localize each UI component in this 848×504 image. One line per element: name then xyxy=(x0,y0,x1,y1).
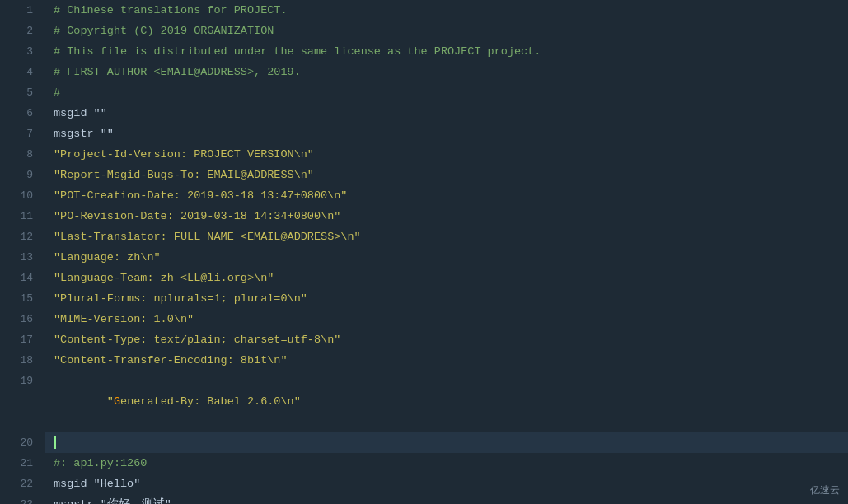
code-line-10: 10 "POT-Creation-Date: 2019-03-18 13:47+… xyxy=(0,185,848,206)
line-content-4: # FIRST AUTHOR <EMAIL@ADDRESS>, 2019. xyxy=(45,62,848,82)
code-line-2: 2 # Copyright (C) 2019 ORGANIZATION xyxy=(0,21,848,41)
line-number-21: 21 xyxy=(0,453,45,474)
line-number-7: 7 xyxy=(0,124,45,144)
line-number-13: 13 xyxy=(0,247,45,268)
editor-container: 1 # Chinese translations for PROJECT. 2 … xyxy=(0,0,848,504)
code-line-7: 7 msgstr "" xyxy=(0,124,848,144)
line-number-9: 9 xyxy=(0,165,45,185)
line-content-22: msgid "Hello" xyxy=(45,474,848,494)
code-line-20: 20 xyxy=(0,432,848,453)
line-content-15: "Plural-Forms: nplurals=1; plural=0\n" xyxy=(45,288,848,309)
line-content-9: "Report-Msgid-Bugs-To: EMAIL@ADDRESS\n" xyxy=(45,165,848,185)
line-content-6: msgid "" xyxy=(45,103,848,124)
line-content-18: "Content-Transfer-Encoding: 8bit\n" xyxy=(45,350,848,371)
code-line-14: 14 "Language-Team: zh <LL@li.org>\n" xyxy=(0,268,848,288)
line-content-23: msgstr "你好，测试" xyxy=(45,494,848,504)
line-content-19: "Generated-By: Babel 2.6.0\n" xyxy=(45,371,848,432)
line-number-14: 14 xyxy=(0,268,45,288)
line-content-16: "MIME-Version: 1.0\n" xyxy=(45,309,848,329)
line-number-22: 22 xyxy=(0,474,45,494)
line-number-20: 20 xyxy=(0,432,45,453)
line-number-2: 2 xyxy=(0,21,45,41)
line-number-17: 17 xyxy=(0,329,45,350)
code-line-15: 15 "Plural-Forms: nplurals=1; plural=0\n… xyxy=(0,288,848,309)
line-number-11: 11 xyxy=(0,206,45,226)
line-number-3: 3 xyxy=(0,41,45,62)
line-content-14: "Language-Team: zh <LL@li.org>\n" xyxy=(45,268,848,288)
line-content-11: "PO-Revision-Date: 2019-03-18 14:34+0800… xyxy=(45,206,848,226)
line-content-21: #: api.py:1260 xyxy=(45,453,848,474)
code-line-16: 16 "MIME-Version: 1.0\n" xyxy=(0,309,848,329)
code-line-8: 8 "Project-Id-Version: PROJECT VERSION\n… xyxy=(0,144,848,165)
line-number-19: 19 xyxy=(0,371,45,432)
code-line-22: 22 msgid "Hello" xyxy=(0,474,848,494)
code-line-17: 17 "Content-Type: text/plain; charset=ut… xyxy=(0,329,848,350)
code-line-13: 13 "Language: zh\n" xyxy=(0,247,848,268)
line-number-5: 5 xyxy=(0,82,45,103)
code-line-3: 3 # This file is distributed under the s… xyxy=(0,41,848,62)
line-content-20 xyxy=(45,432,848,453)
line-number-1: 1 xyxy=(0,0,45,21)
line-number-12: 12 xyxy=(0,226,45,247)
line-content-10: "POT-Creation-Date: 2019-03-18 13:47+080… xyxy=(45,185,848,206)
code-line-12: 12 "Last-Translator: FULL NAME <EMAIL@AD… xyxy=(0,226,848,247)
code-line-21: 21 #: api.py:1260 xyxy=(0,453,848,474)
line-number-16: 16 xyxy=(0,309,45,329)
code-line-23: 23 msgstr "你好，测试" xyxy=(0,494,848,504)
text-cursor xyxy=(54,436,56,449)
line-content-3: # This file is distributed under the sam… xyxy=(45,41,848,62)
code-line-9: 9 "Report-Msgid-Bugs-To: EMAIL@ADDRESS\n… xyxy=(0,165,848,185)
line-content-13: "Language: zh\n" xyxy=(45,247,848,268)
line-number-18: 18 xyxy=(0,350,45,371)
code-line-18: 18 "Content-Transfer-Encoding: 8bit\n" xyxy=(0,350,848,371)
line-content-1: # Chinese translations for PROJECT. xyxy=(45,0,848,21)
watermark: 亿速云 xyxy=(810,483,840,497)
code-area: 1 # Chinese translations for PROJECT. 2 … xyxy=(0,0,848,504)
code-line-6: 6 msgid "" xyxy=(0,103,848,124)
code-line-4: 4 # FIRST AUTHOR <EMAIL@ADDRESS>, 2019. xyxy=(0,62,848,82)
line-number-6: 6 xyxy=(0,103,45,124)
line-content-8: "Project-Id-Version: PROJECT VERSION\n" xyxy=(45,144,848,165)
line-number-15: 15 xyxy=(0,288,45,309)
code-line-11: 11 "PO-Revision-Date: 2019-03-18 14:34+0… xyxy=(0,206,848,226)
line-content-5: # xyxy=(45,82,848,103)
line-number-8: 8 xyxy=(0,144,45,165)
line-content-2: # Copyright (C) 2019 ORGANIZATION xyxy=(45,21,848,41)
line-content-12: "Last-Translator: FULL NAME <EMAIL@ADDRE… xyxy=(45,226,848,247)
line-content-17: "Content-Type: text/plain; charset=utf-8… xyxy=(45,329,848,350)
line-content-7: msgstr "" xyxy=(45,124,848,144)
code-line-19: 19 "Generated-By: Babel 2.6.0\n" xyxy=(0,371,848,432)
code-line-5: 5 # xyxy=(0,82,848,103)
line-number-10: 10 xyxy=(0,185,45,206)
code-line-1: 1 # Chinese translations for PROJECT. xyxy=(0,0,848,21)
line-number-23: 23 xyxy=(0,494,45,504)
line-number-4: 4 xyxy=(0,62,45,82)
